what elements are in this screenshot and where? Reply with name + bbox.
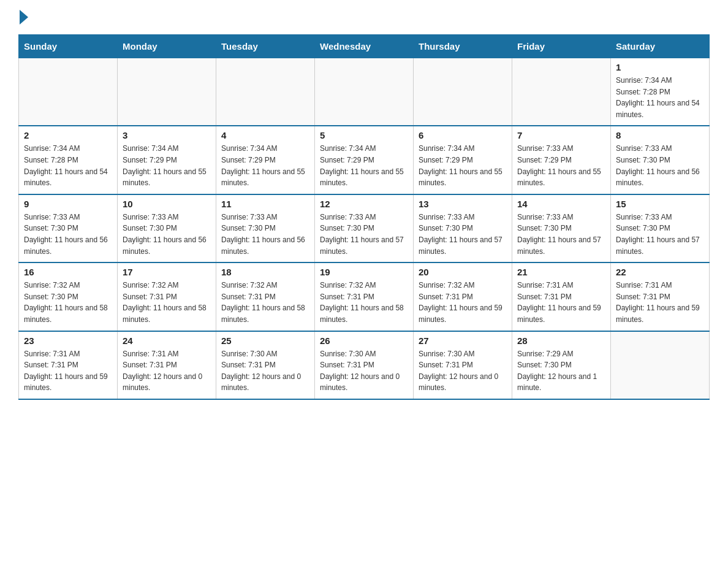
calendar-cell: 13Sunrise: 7:33 AMSunset: 7:30 PMDayligh…: [414, 194, 512, 262]
calendar-week-row: 16Sunrise: 7:32 AMSunset: 7:30 PMDayligh…: [19, 262, 710, 331]
calendar-cell: 1Sunrise: 7:34 AMSunset: 7:28 PMDaylight…: [611, 58, 710, 126]
day-number: 22: [616, 267, 704, 277]
day-info: Sunrise: 7:31 AMSunset: 7:31 PMDaylight:…: [616, 280, 704, 325]
col-saturday: Saturday: [611, 35, 710, 58]
calendar-cell: 27Sunrise: 7:30 AMSunset: 7:31 PMDayligh…: [414, 331, 512, 399]
calendar-cell: [216, 58, 315, 126]
calendar-cell: 19Sunrise: 7:32 AMSunset: 7:31 PMDayligh…: [315, 262, 414, 331]
day-info: Sunrise: 7:33 AMSunset: 7:29 PMDaylight:…: [517, 143, 605, 188]
calendar-cell: [611, 331, 710, 399]
logo-arrow-icon: [20, 10, 28, 25]
col-thursday: Thursday: [414, 35, 512, 58]
day-number: 7: [517, 130, 605, 140]
day-number: 15: [616, 199, 704, 209]
day-info: Sunrise: 7:34 AMSunset: 7:28 PMDaylight:…: [616, 75, 704, 120]
day-number: 28: [517, 335, 605, 346]
day-number: 11: [221, 199, 309, 209]
day-number: 17: [123, 267, 211, 277]
day-number: 25: [221, 335, 309, 346]
day-info: Sunrise: 7:32 AMSunset: 7:30 PMDaylight:…: [24, 280, 112, 325]
day-info: Sunrise: 7:33 AMSunset: 7:30 PMDaylight:…: [419, 212, 507, 257]
calendar-cell: 25Sunrise: 7:30 AMSunset: 7:31 PMDayligh…: [216, 331, 315, 399]
calendar-cell: 20Sunrise: 7:32 AMSunset: 7:31 PMDayligh…: [414, 262, 512, 331]
day-number: 18: [221, 267, 309, 277]
calendar-cell: 15Sunrise: 7:33 AMSunset: 7:30 PMDayligh…: [611, 194, 710, 262]
day-info: Sunrise: 7:33 AMSunset: 7:30 PMDaylight:…: [616, 212, 704, 257]
calendar-cell: 26Sunrise: 7:30 AMSunset: 7:31 PMDayligh…: [315, 331, 414, 399]
day-info: Sunrise: 7:32 AMSunset: 7:31 PMDaylight:…: [123, 280, 211, 325]
col-wednesday: Wednesday: [315, 35, 414, 58]
day-number: 1: [616, 62, 704, 72]
day-number: 26: [320, 335, 408, 346]
calendar-cell: 5Sunrise: 7:34 AMSunset: 7:29 PMDaylight…: [315, 126, 414, 194]
calendar-cell: [414, 58, 512, 126]
day-number: 12: [320, 199, 408, 209]
calendar-cell: 9Sunrise: 7:33 AMSunset: 7:30 PMDaylight…: [19, 194, 118, 262]
day-info: Sunrise: 7:30 AMSunset: 7:31 PMDaylight:…: [419, 348, 507, 394]
day-number: 2: [24, 130, 112, 140]
col-tuesday: Tuesday: [216, 35, 315, 58]
day-info: Sunrise: 7:31 AMSunset: 7:31 PMDaylight:…: [123, 348, 211, 394]
calendar-cell: [118, 58, 216, 126]
calendar-cell: 12Sunrise: 7:33 AMSunset: 7:30 PMDayligh…: [315, 194, 414, 262]
calendar-cell: 17Sunrise: 7:32 AMSunset: 7:31 PMDayligh…: [118, 262, 216, 331]
calendar-cell: 14Sunrise: 7:33 AMSunset: 7:30 PMDayligh…: [512, 194, 611, 262]
day-info: Sunrise: 7:31 AMSunset: 7:31 PMDaylight:…: [517, 280, 605, 325]
page-header: [18, 12, 710, 25]
calendar-week-row: 2Sunrise: 7:34 AMSunset: 7:28 PMDaylight…: [19, 126, 710, 194]
calendar-cell: 2Sunrise: 7:34 AMSunset: 7:28 PMDaylight…: [19, 126, 118, 194]
day-info: Sunrise: 7:33 AMSunset: 7:30 PMDaylight:…: [24, 212, 112, 257]
day-info: Sunrise: 7:33 AMSunset: 7:30 PMDaylight:…: [320, 212, 408, 257]
day-info: Sunrise: 7:32 AMSunset: 7:31 PMDaylight:…: [320, 280, 408, 325]
day-info: Sunrise: 7:30 AMSunset: 7:31 PMDaylight:…: [221, 348, 309, 394]
day-info: Sunrise: 7:34 AMSunset: 7:29 PMDaylight:…: [221, 143, 309, 188]
calendar-cell: [315, 58, 414, 126]
day-info: Sunrise: 7:33 AMSunset: 7:30 PMDaylight:…: [123, 212, 211, 257]
day-number: 21: [517, 267, 605, 277]
day-info: Sunrise: 7:34 AMSunset: 7:29 PMDaylight:…: [123, 143, 211, 188]
day-number: 14: [517, 199, 605, 209]
calendar-cell: 6Sunrise: 7:34 AMSunset: 7:29 PMDaylight…: [414, 126, 512, 194]
day-info: Sunrise: 7:29 AMSunset: 7:30 PMDaylight:…: [517, 348, 605, 394]
logo: [18, 12, 28, 25]
calendar-table: Sunday Monday Tuesday Wednesday Thursday…: [18, 34, 710, 400]
calendar-cell: 11Sunrise: 7:33 AMSunset: 7:30 PMDayligh…: [216, 194, 315, 262]
day-number: 4: [221, 130, 309, 140]
calendar-cell: 22Sunrise: 7:31 AMSunset: 7:31 PMDayligh…: [611, 262, 710, 331]
calendar-header-row: Sunday Monday Tuesday Wednesday Thursday…: [19, 35, 710, 58]
day-number: 24: [123, 335, 211, 346]
calendar-cell: 10Sunrise: 7:33 AMSunset: 7:30 PMDayligh…: [118, 194, 216, 262]
day-number: 3: [123, 130, 211, 140]
calendar-week-row: 23Sunrise: 7:31 AMSunset: 7:31 PMDayligh…: [19, 331, 710, 399]
calendar-week-row: 9Sunrise: 7:33 AMSunset: 7:30 PMDaylight…: [19, 194, 710, 262]
day-info: Sunrise: 7:32 AMSunset: 7:31 PMDaylight:…: [221, 280, 309, 325]
day-number: 19: [320, 267, 408, 277]
day-info: Sunrise: 7:32 AMSunset: 7:31 PMDaylight:…: [419, 280, 507, 325]
calendar-cell: 24Sunrise: 7:31 AMSunset: 7:31 PMDayligh…: [118, 331, 216, 399]
day-info: Sunrise: 7:34 AMSunset: 7:29 PMDaylight:…: [419, 143, 507, 188]
day-number: 20: [419, 267, 507, 277]
calendar-cell: 21Sunrise: 7:31 AMSunset: 7:31 PMDayligh…: [512, 262, 611, 331]
calendar-cell: 23Sunrise: 7:31 AMSunset: 7:31 PMDayligh…: [19, 331, 118, 399]
col-friday: Friday: [512, 35, 611, 58]
calendar-cell: 18Sunrise: 7:32 AMSunset: 7:31 PMDayligh…: [216, 262, 315, 331]
day-info: Sunrise: 7:33 AMSunset: 7:30 PMDaylight:…: [616, 143, 704, 188]
day-number: 23: [24, 335, 112, 346]
day-info: Sunrise: 7:31 AMSunset: 7:31 PMDaylight:…: [24, 348, 112, 394]
calendar-cell: 8Sunrise: 7:33 AMSunset: 7:30 PMDaylight…: [611, 126, 710, 194]
col-monday: Monday: [118, 35, 216, 58]
day-number: 10: [123, 199, 211, 209]
calendar-cell: 3Sunrise: 7:34 AMSunset: 7:29 PMDaylight…: [118, 126, 216, 194]
calendar-cell: [512, 58, 611, 126]
day-info: Sunrise: 7:33 AMSunset: 7:30 PMDaylight:…: [221, 212, 309, 257]
col-sunday: Sunday: [19, 35, 118, 58]
calendar-cell: 28Sunrise: 7:29 AMSunset: 7:30 PMDayligh…: [512, 331, 611, 399]
calendar-cell: 16Sunrise: 7:32 AMSunset: 7:30 PMDayligh…: [19, 262, 118, 331]
day-info: Sunrise: 7:33 AMSunset: 7:30 PMDaylight:…: [517, 212, 605, 257]
day-number: 27: [419, 335, 507, 346]
calendar-cell: 7Sunrise: 7:33 AMSunset: 7:29 PMDaylight…: [512, 126, 611, 194]
calendar-body: 1Sunrise: 7:34 AMSunset: 7:28 PMDaylight…: [19, 58, 710, 399]
day-number: 9: [24, 199, 112, 209]
day-number: 16: [24, 267, 112, 277]
calendar-cell: [19, 58, 118, 126]
